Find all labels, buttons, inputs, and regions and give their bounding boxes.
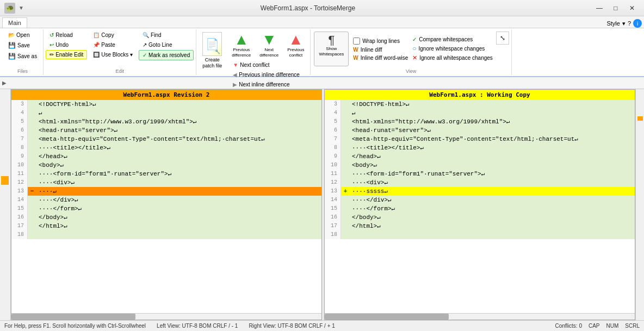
line-content: </html>↵	[350, 222, 635, 230]
line-number: 4	[325, 109, 341, 117]
ignore-all-ws-label: Ignore all whitespace changes	[419, 55, 493, 61]
next-diff-button[interactable]: ▼ Nextdifference	[256, 30, 282, 59]
tab-main[interactable]: Main	[2, 17, 27, 28]
line-content: ····↵	[36, 187, 321, 196]
num-indicator: NUM	[606, 323, 619, 329]
minimize-button[interactable]: —	[592, 3, 607, 14]
right-panel-content[interactable]: 3<!DOCTYPE·html>↵4↵5<html·xmlns="http://…	[325, 100, 635, 313]
line-content: ↵	[36, 109, 321, 117]
inline-diff-icon: W	[353, 47, 358, 53]
edit-label: Edit	[46, 67, 194, 74]
compare-ws-icon: ✓	[412, 36, 417, 42]
save-as-button[interactable]: 💾 Save as	[4, 51, 41, 61]
table-row: 14····</div>↵	[325, 196, 635, 204]
inline-diff-option[interactable]: W Inline diff	[352, 46, 409, 53]
line-number: 10	[325, 161, 341, 170]
left-panel-content[interactable]: 3<!DOCTYPE·html>↵4↵5<html·xmlns="http://…	[11, 100, 321, 313]
next-conflict-button[interactable]: ▼ Next conflict	[229, 60, 308, 70]
line-content: ····</div>↵	[350, 196, 635, 204]
line-marker	[341, 178, 350, 187]
open-button[interactable]: 📂 Open	[4, 30, 41, 40]
compare-ws-option[interactable]: ✓ Compare whitespaces	[411, 36, 494, 43]
wrap-checkbox[interactable]	[353, 38, 360, 45]
line-content: ····<form·id="form1"·runat="server">↵	[350, 170, 635, 178]
line-marker	[341, 109, 350, 117]
right-scrollbar-h[interactable]	[325, 313, 635, 320]
right-panel-header: WebForm1.aspx : Working Copy	[325, 90, 635, 100]
enable-edit-button[interactable]: ✏ Enable Edit	[46, 50, 87, 59]
copy-button[interactable]: 📋 Copy	[89, 30, 137, 40]
inline-diff-word-option[interactable]: W Inline diff word-wise	[352, 54, 409, 61]
line-content	[350, 230, 635, 239]
save-as-icon: 💾	[8, 53, 16, 60]
line-number: 12	[11, 178, 28, 187]
paste-button[interactable]: 📌 Paste	[89, 40, 137, 49]
line-number: 3	[325, 100, 341, 109]
info-icon[interactable]: i	[633, 19, 642, 28]
help-icon[interactable]: ?	[628, 20, 631, 27]
show-whitespaces-button[interactable]: ¶ ShowWhitespaces	[314, 32, 349, 66]
nav-breadcrumb: ▶	[0, 77, 644, 89]
line-number: 5	[325, 117, 341, 126]
save-button[interactable]: 💾 Save	[4, 40, 41, 51]
overview-conflict	[637, 116, 643, 121]
goto-line-button[interactable]: ↗ Goto Line	[139, 40, 194, 49]
table-row: 8····<title></title>↵	[11, 143, 321, 152]
find-button[interactable]: 🔍 Find	[139, 30, 194, 40]
table-row: 17</html>↵	[325, 222, 635, 230]
table-row: 10<body>↵	[325, 161, 635, 170]
create-patch-button[interactable]: 📄 🔧 Createpatch file	[199, 30, 226, 71]
line-content: <html·xmlns="http://www.w3.org/1999/xhtm…	[350, 117, 635, 126]
left-scroll-thumb[interactable]	[11, 314, 135, 320]
line-content: ····<title></title>↵	[36, 143, 321, 152]
undo-icon: ↩	[49, 42, 54, 48]
line-content: </html>↵	[36, 222, 321, 230]
close-button[interactable]: ✕	[624, 3, 640, 14]
next-inline-button[interactable]: ▶ Next inline difference	[229, 80, 308, 89]
line-marker	[28, 161, 36, 170]
right-scroll-thumb[interactable]	[325, 314, 449, 320]
table-row: 16</body>↵	[11, 213, 321, 222]
undo-button[interactable]: ↩ Undo	[46, 40, 87, 49]
prev-diff-button[interactable]: ▲ Previousdifference	[228, 30, 255, 59]
right-panel: WebForm1.aspx : Working Copy 3<!DOCTYPE·…	[324, 89, 635, 320]
line-marker	[341, 213, 350, 222]
mark-resolved-button[interactable]: ✓ Mark as resolved	[139, 50, 194, 60]
ignore-all-ws-icon: ✕	[412, 54, 417, 61]
line-content: </body>↵	[350, 213, 635, 222]
table-row: 16</body>↵	[325, 213, 635, 222]
line-number: 11	[11, 170, 28, 178]
table-row: 13−····↵	[11, 187, 321, 196]
prev-inline-button[interactable]: ◀ Previous inline difference	[229, 70, 308, 79]
line-number: 4	[11, 109, 28, 117]
ignore-ws-label: Ignore whitespace changes	[419, 46, 485, 52]
line-content: ····<div>↵	[350, 178, 635, 187]
line-content: ····<form·id="form1"·runat="server">↵	[36, 170, 321, 178]
line-marker	[28, 196, 36, 204]
line-content: ↵	[350, 109, 635, 117]
maximize-button[interactable]: □	[608, 3, 623, 14]
diff-panels: WebForm1.aspx Revision 2 3<!DOCTYPE·html…	[11, 89, 635, 320]
ignore-all-ws-option[interactable]: ✕ Ignore all whitespace changes	[411, 54, 494, 62]
line-number: 17	[11, 222, 28, 230]
prev-conflict-button[interactable]: ▲ Previousconflict	[283, 30, 308, 59]
line-number: 8	[11, 143, 28, 152]
inline-diff-word-icon: W	[353, 55, 358, 61]
caps-indicator: CAP	[589, 323, 600, 329]
line-number: 16	[325, 213, 341, 222]
use-blocks-button[interactable]: 🔲 Use Blocks ▾	[89, 50, 137, 59]
line-content: ····</form>↵	[350, 204, 635, 213]
line-number: 3	[11, 100, 28, 109]
expand-view-button[interactable]: ⤡	[496, 32, 509, 45]
left-scrollbar-h[interactable]	[11, 313, 321, 320]
table-row: 7<meta·http-equiv="Content-Type"·content…	[325, 135, 635, 143]
line-number: 8	[325, 143, 341, 152]
line-marker	[341, 143, 350, 152]
reload-button[interactable]: ↺ Reload	[46, 30, 87, 40]
line-number: 7	[11, 135, 28, 143]
table-row: 6<head·runat="server">↵	[11, 126, 321, 135]
edit-group: ↺ Reload ↩ Undo ✏ Enable Edit 📋 Copy	[44, 29, 196, 75]
ignore-ws-changes-option[interactable]: ○ Ignore whitespace changes	[411, 44, 494, 53]
line-number: 13	[11, 187, 28, 196]
wrap-long-lines-option[interactable]: Wrap long lines	[352, 37, 409, 45]
